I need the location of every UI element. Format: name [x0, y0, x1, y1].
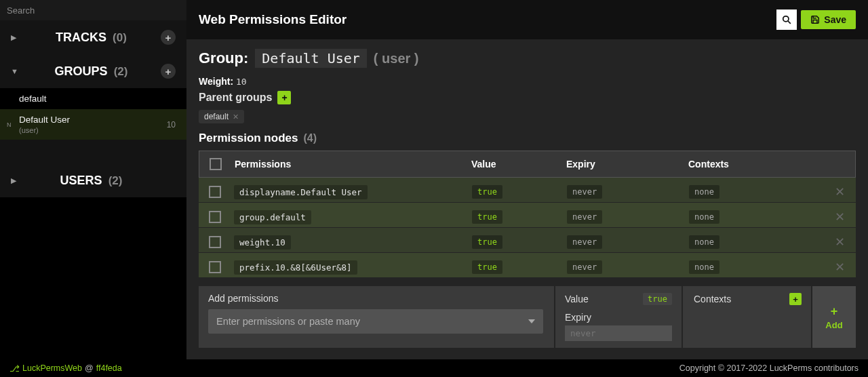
sidebar: ▶ TRACKS (0) + ▼ GROUPS (2) + default N …: [0, 0, 186, 359]
add-value-panel: Value true Expiry: [554, 286, 683, 348]
expiry-cell[interactable]: never: [567, 210, 602, 224]
search-input[interactable]: [7, 5, 180, 16]
expiry-cell[interactable]: never: [567, 235, 602, 249]
add-group-button[interactable]: +: [161, 64, 176, 79]
parents-label: Parent groups: [199, 92, 272, 104]
add-parent-button[interactable]: +: [277, 91, 291, 104]
delete-row-button[interactable]: ✕: [826, 232, 853, 252]
table-row[interactable]: group.default true never none ✕: [199, 203, 856, 228]
col-contexts: Contexts: [683, 156, 825, 172]
row-checkbox[interactable]: [209, 186, 221, 198]
row-checkbox[interactable]: [209, 211, 221, 223]
delete-row-button[interactable]: ✕: [826, 257, 853, 277]
row-checkbox[interactable]: [209, 236, 221, 248]
footer-hash[interactable]: ff4feda: [96, 363, 122, 373]
sidebar-item-group[interactable]: N Default User (user) 10: [0, 109, 186, 140]
topbar: Web Permissions Editor Save: [186, 0, 868, 39]
ctx-cell[interactable]: none: [689, 260, 719, 274]
value-cell[interactable]: true: [472, 185, 502, 199]
groups-header[interactable]: ▼ GROUPS (2) +: [0, 54, 186, 88]
nodes-title: Permission nodes: [199, 132, 298, 145]
add-value-toggle[interactable]: true: [643, 293, 672, 305]
save-button[interactable]: Save: [801, 10, 856, 29]
value-cell[interactable]: true: [472, 235, 502, 249]
remove-parent-icon[interactable]: ✕: [233, 113, 239, 121]
svg-line-1: [788, 21, 791, 24]
row-checkbox[interactable]: [209, 261, 221, 273]
weight-label: Weight:: [199, 76, 233, 87]
value-cell[interactable]: true: [472, 260, 502, 274]
expiry-cell[interactable]: never: [567, 185, 602, 199]
weight-row: Weight: 10: [199, 76, 856, 87]
content: Group: Default User ( user ) Weight: 10 …: [186, 39, 868, 359]
perm-cell[interactable]: group.default: [234, 210, 311, 224]
add-value-label: Value: [565, 294, 589, 304]
table-header: Permissions Value Expiry Contexts: [199, 151, 856, 178]
expiry-input[interactable]: [565, 325, 672, 341]
search-button[interactable]: [776, 9, 797, 30]
select-all-checkbox[interactable]: [210, 158, 222, 170]
tracks-header[interactable]: ▶ TRACKS (0) +: [0, 20, 186, 54]
add-permissions-region: Add permissions Value true Expiry Conte: [199, 286, 856, 348]
chevron-right-icon: ▶: [11, 33, 22, 42]
value-cell[interactable]: true: [472, 210, 502, 224]
ctx-cell[interactable]: none: [689, 235, 719, 249]
tracks-count: (0): [113, 31, 127, 44]
table-row[interactable]: weight.10 true never none ✕: [199, 228, 856, 253]
group-display-name[interactable]: Default User: [255, 49, 367, 68]
group-item-sub: (user): [19, 126, 167, 134]
permission-input[interactable]: [216, 316, 528, 327]
perm-cell[interactable]: displayname.Default User: [234, 185, 368, 199]
groups-count: (2): [114, 65, 128, 78]
tracks-label: TRACKS: [56, 31, 106, 44]
parent-groups-row: Parent groups +: [199, 91, 856, 104]
footer: ⎇ LuckPermsWeb @ ff4feda Copyright © 201…: [0, 359, 868, 377]
new-badge: N: [7, 121, 15, 128]
ctx-cell[interactable]: none: [689, 210, 719, 224]
sidebar-item-group[interactable]: default: [0, 88, 186, 109]
users-header[interactable]: ▶ USERS (2): [0, 164, 186, 197]
add-permissions-panel: Add permissions: [199, 286, 553, 348]
col-permissions: Permissions: [229, 156, 466, 172]
group-key: ( user ): [374, 51, 419, 66]
add-contexts-label: Contexts: [694, 294, 731, 304]
save-icon: [810, 15, 820, 24]
expiry-cell[interactable]: never: [567, 260, 602, 274]
users-count: (2): [108, 174, 123, 187]
perm-cell[interactable]: weight.10: [234, 235, 291, 250]
group-item-name: default: [19, 94, 47, 104]
search-bar: [0, 0, 186, 20]
add-button-label: Add: [825, 320, 842, 330]
add-context-button[interactable]: +: [789, 293, 802, 305]
delete-row-button[interactable]: ✕: [826, 207, 853, 227]
perm-cell[interactable]: prefix.10.&8[&6User&8]: [234, 260, 357, 275]
parent-chips: default ✕: [199, 107, 856, 123]
group-prefix: Group:: [199, 49, 248, 67]
chevron-down-icon: ▼: [11, 67, 22, 75]
col-value: Value: [466, 156, 561, 172]
groups-label: GROUPS: [55, 64, 108, 78]
add-submit-button[interactable]: + Add: [811, 286, 856, 348]
weight-value: 10: [236, 77, 247, 87]
permission-input-wrap[interactable]: [208, 309, 543, 334]
group-item-meta: 10: [167, 120, 176, 130]
page-title: Web Permissions Editor: [199, 12, 772, 27]
branch-icon: ⎇: [9, 363, 20, 374]
group-title-row: Group: Default User ( user ): [199, 49, 856, 68]
table-row[interactable]: displayname.Default User true never none…: [199, 178, 856, 203]
footer-brand[interactable]: LuckPermsWeb: [22, 363, 82, 373]
chevron-down-icon[interactable]: [528, 319, 535, 323]
add-track-button[interactable]: +: [161, 30, 176, 45]
table-row[interactable]: prefix.10.&8[&6User&8] true never none ✕: [199, 253, 856, 278]
parent-chip: default ✕: [199, 110, 244, 123]
chevron-right-icon: ▶: [11, 176, 22, 185]
svg-point-0: [783, 16, 789, 22]
footer-sep: @: [85, 363, 94, 373]
delete-row-button[interactable]: ✕: [826, 182, 853, 202]
parent-chip-label: default: [204, 112, 229, 121]
group-item-name: Default User: [19, 115, 70, 125]
nodes-count: (4): [303, 132, 317, 144]
divider: [0, 140, 186, 164]
ctx-cell[interactable]: none: [689, 185, 719, 199]
add-expiry-label: Expiry: [565, 312, 672, 323]
